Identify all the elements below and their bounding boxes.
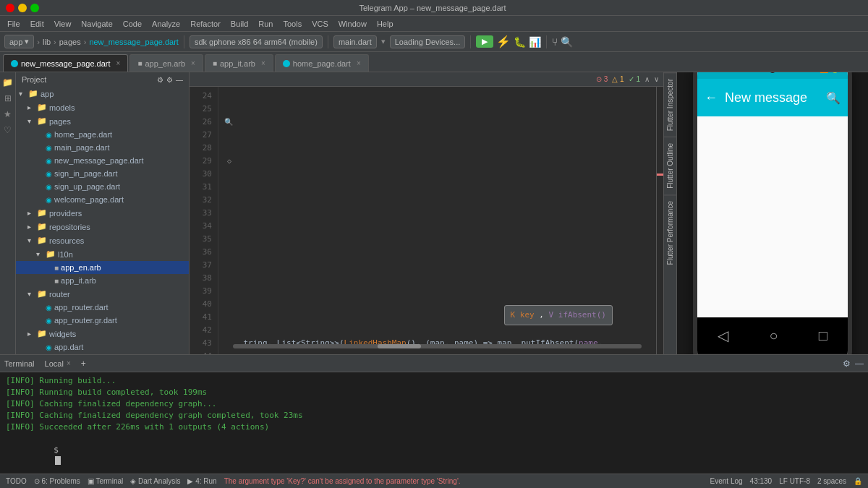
expand-icon: ▸ — [27, 330, 35, 338]
menu-file[interactable]: File — [3, 18, 25, 30]
tab-home-page[interactable]: home_page.dart × — [275, 54, 369, 72]
tree-item-welcome-page[interactable]: ◉ welcome_page.dart — [16, 193, 189, 206]
code-content[interactable]: 🔍 ◇ — [218, 87, 656, 354]
back-nav-icon[interactable]: ◁ — [718, 327, 728, 344]
settings-icon[interactable]: ⚙ — [157, 76, 163, 84]
phone-search-icon[interactable]: 🔍 — [826, 91, 841, 105]
menu-code[interactable]: Code — [119, 18, 146, 30]
menu-navigate[interactable]: Navigate — [77, 18, 116, 30]
tree-item-repositories[interactable]: ▸ 📁 repositories — [16, 220, 189, 234]
tree-item-pages[interactable]: ▾ 📁 pages — [16, 114, 189, 128]
indent-label: 2 spaces — [817, 477, 846, 485]
debug-button[interactable]: 🐛 — [514, 36, 526, 48]
todo-label[interactable]: TODO — [6, 477, 27, 485]
gear-icon[interactable]: ⚙ — [166, 76, 173, 84]
horizontal-scrollbar[interactable] — [233, 344, 642, 348]
menu-view[interactable]: View — [50, 18, 76, 30]
problems-label[interactable]: ⊙ 6: Problems — [34, 477, 80, 485]
reload-button[interactable]: ⚡ — [496, 35, 511, 48]
menu-vcs[interactable]: VCS — [307, 18, 333, 30]
profile-button[interactable]: 📊 — [529, 36, 541, 48]
phone-nav-bar: ◁ ○ □ — [697, 317, 848, 354]
tree-item-providers[interactable]: ▸ 📁 providers — [16, 206, 189, 220]
tree-item-sign-in-page[interactable]: ◉ sign_in_page.dart — [16, 167, 189, 180]
search-button[interactable]: 🔍 — [561, 36, 573, 48]
main-dart-selector[interactable]: main.dart — [333, 35, 377, 48]
chevron-down-icon: ▾ — [25, 37, 29, 46]
minimize-button[interactable] — [18, 4, 27, 12]
flutter-inspector-tab[interactable]: Flutter Inspector — [664, 72, 676, 137]
tab-new-message-page[interactable]: new_message_page.dart × — [3, 54, 128, 72]
tree-item-home-page[interactable]: ◉ home_page.dart — [16, 128, 189, 141]
terminal-line: [INFO] Running build completed, took 199… — [6, 387, 862, 398]
flutter-outline-tab[interactable]: Flutter Outline — [664, 137, 676, 194]
menu-refactor[interactable]: Refactor — [186, 18, 225, 30]
tree-item-models[interactable]: ▸ 📁 models — [16, 100, 189, 114]
tree-item-app-router-gr[interactable]: ◉ app_router.gr.dart — [16, 314, 189, 327]
terminal-prompt[interactable]: $ — [6, 433, 862, 474]
terminal-tab-local[interactable]: Local × — [39, 358, 77, 369]
git-icon[interactable]: ⑂ — [552, 36, 558, 48]
bookmarks-icon[interactable]: ★ — [1, 107, 15, 121]
terminal-status-label[interactable]: ▣ Terminal — [88, 477, 123, 485]
favorites-icon[interactable]: ♡ — [1, 123, 15, 137]
tree-item-sign-up-page[interactable]: ◉ sign_up_page.dart — [16, 180, 189, 193]
recent-nav-icon[interactable]: □ — [819, 328, 827, 344]
dart-file-icon — [283, 60, 290, 67]
lib-label: lib — [43, 38, 51, 46]
tree-item-app-router[interactable]: ◉ app_router.dart — [16, 301, 189, 314]
menu-analyze[interactable]: Analyze — [148, 18, 184, 30]
phone-back-button[interactable]: ← — [705, 90, 718, 106]
tree-item-main-page[interactable]: ◉ main_page.dart — [16, 141, 189, 154]
menu-build[interactable]: Build — [226, 18, 252, 30]
terminal-minimize-icon[interactable]: — — [855, 359, 864, 369]
tree-item-app-en-arb[interactable]: ■ app_en.arb — [16, 261, 189, 274]
home-nav-icon[interactable]: ○ — [769, 328, 778, 344]
menu-tools[interactable]: Tools — [278, 18, 306, 30]
tree-item-new-message-page[interactable]: ◉ new_message_page.dart — [16, 154, 189, 167]
tree-item-router[interactable]: ▾ 📁 router — [16, 287, 189, 301]
tree-item-resources[interactable]: ▾ 📁 resources — [16, 234, 189, 247]
tab-app-it-arb[interactable]: ■ app_it.arb × — [205, 54, 273, 72]
close-tab-icon[interactable]: × — [116, 59, 121, 67]
event-log-label[interactable]: Event Log — [710, 477, 743, 485]
expand-icon: ▾ — [27, 290, 35, 298]
menu-window[interactable]: Window — [334, 18, 371, 30]
tree-item-app[interactable]: ▾ 📁 app — [16, 87, 189, 100]
tree-item-app-it-arb[interactable]: ■ app_it.arb — [16, 274, 189, 287]
maximize-button[interactable] — [30, 4, 39, 12]
close-tab-icon[interactable]: × — [67, 359, 71, 367]
close-tab-icon[interactable]: × — [357, 59, 361, 67]
flutter-performance-tab[interactable]: Flutter Performance — [664, 194, 676, 270]
arb-icon: ■ — [54, 277, 59, 285]
close-sidebar-icon[interactable]: — — [176, 76, 183, 84]
menu-help[interactable]: Help — [373, 18, 398, 30]
tree-item-widgets[interactable]: ▸ 📁 widgets — [16, 327, 189, 341]
project-selector[interactable]: app ▾ — [4, 35, 34, 48]
code-line — [224, 181, 650, 194]
tree-item-l10n[interactable]: ▾ 📁 l10n — [16, 247, 189, 261]
chevron-down-icon[interactable]: ∨ — [654, 75, 659, 83]
file-label: new_message_page.dart — [89, 38, 179, 46]
scrollbar-thumb[interactable] — [378, 344, 421, 348]
code-editor[interactable]: ⊙ 3 △ 1 ✓ 1 ∧ ∨ 24 25 26 27 28 29 30 — [190, 72, 663, 354]
structure-icon[interactable]: ⊞ — [1, 91, 15, 106]
dart-icon: ◉ — [46, 343, 52, 351]
menu-edit[interactable]: Edit — [26, 18, 48, 30]
close-button[interactable] — [6, 4, 14, 12]
chevron-up-icon[interactable]: ∧ — [644, 75, 650, 83]
close-tab-icon[interactable]: × — [191, 59, 195, 67]
close-tab-icon[interactable]: × — [261, 59, 265, 67]
dart-analysis-label[interactable]: ◈ Dart Analysis — [130, 477, 180, 485]
add-terminal-icon[interactable]: + — [81, 359, 86, 369]
terminal-settings-icon[interactable]: ⚙ — [843, 359, 851, 369]
run-button[interactable]: ▶ — [476, 35, 493, 48]
run-label[interactable]: ▶ 4: Run — [187, 477, 216, 485]
project-icon[interactable]: 📁 — [1, 75, 15, 90]
tab-app-en-arb[interactable]: ■ app_en.arb × — [129, 54, 203, 72]
loading-devices[interactable]: Loading Devices... — [390, 35, 466, 48]
menu-run[interactable]: Run — [254, 18, 277, 30]
terminal-line: [INFO] Caching finalized dependency grap… — [6, 398, 862, 410]
tree-item-app-dart[interactable]: ◉ app.dart — [16, 341, 189, 354]
sdk-selector[interactable]: sdk gphone x86 64 arm64 (mobile) — [190, 35, 323, 48]
